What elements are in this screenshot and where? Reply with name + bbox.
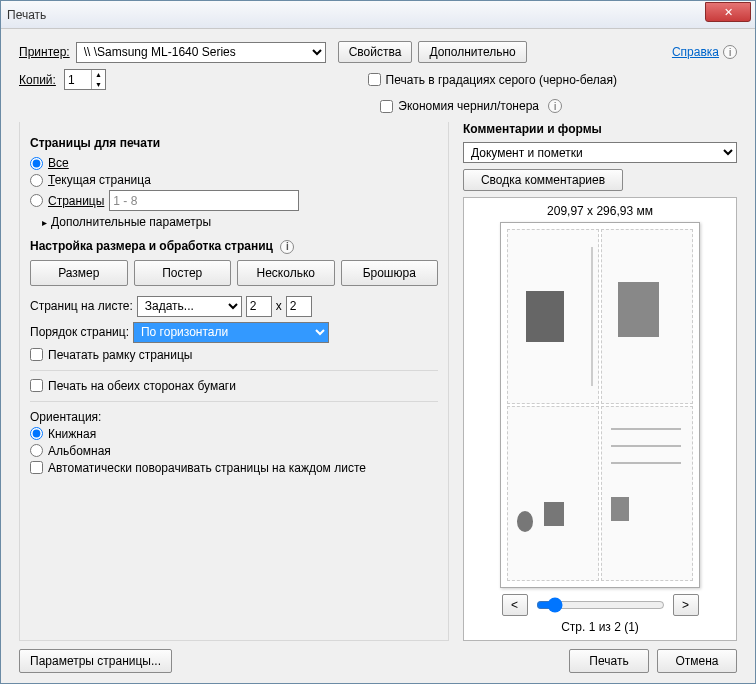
- autorotate-label: Автоматически поворачивать страницы на к…: [48, 461, 366, 475]
- comments-summary-button[interactable]: Сводка комментариев: [463, 169, 623, 191]
- more-params-expander[interactable]: Дополнительные параметры: [30, 215, 438, 229]
- right-column: Комментарии и формы Документ и пометки С…: [463, 122, 737, 641]
- tab-multiple[interactable]: Несколько: [237, 260, 335, 286]
- tab-size[interactable]: Размер: [30, 260, 128, 286]
- advanced-button[interactable]: Дополнительно: [418, 41, 526, 63]
- order-label: Порядок страниц:: [30, 325, 129, 339]
- print-button[interactable]: Печать: [569, 649, 649, 673]
- order-select[interactable]: По горизонтали: [133, 322, 329, 343]
- landscape-radio[interactable]: [30, 444, 43, 457]
- per-sheet-label: Страниц на листе:: [30, 299, 133, 313]
- properties-button[interactable]: Свойства: [338, 41, 413, 63]
- spin-up-icon[interactable]: ▲: [92, 70, 105, 80]
- pages-current-radio[interactable]: [30, 174, 43, 187]
- printer-label: Принтер:: [19, 45, 70, 59]
- duplex-label: Печать на обеих сторонах бумаги: [48, 379, 236, 393]
- portrait-label: Книжная: [48, 427, 96, 441]
- print-dialog: Печать ✕ Принтер: \\ \Samsung ML-1640 Se…: [0, 0, 756, 684]
- page-indicator: Стр. 1 из 2 (1): [561, 620, 639, 634]
- preview-paper: [500, 222, 700, 588]
- preview-page-4: [601, 406, 693, 581]
- left-column: Страницы для печати Все ТТекущая страниц…: [19, 122, 449, 641]
- saveink-row: Экономия чернил/тонера i: [19, 96, 562, 116]
- comments-title: Комментарии и формы: [463, 122, 737, 136]
- footer: Параметры страницы... Печать Отмена: [19, 649, 737, 673]
- pages-range-label: Страницы: [48, 194, 104, 208]
- next-page-button[interactable]: >: [673, 594, 699, 616]
- window-title: Печать: [7, 8, 46, 22]
- sizing-tabs: Размер Постер Несколько Брошюра: [30, 260, 438, 286]
- copies-input[interactable]: [65, 70, 91, 89]
- pages-title: Страницы для печати: [30, 136, 438, 150]
- x-label: x: [276, 299, 282, 313]
- preview-frame: 209,97 x 296,93 мм: [463, 197, 737, 641]
- tab-booklet[interactable]: Брошюра: [341, 260, 439, 286]
- grayscale-row: Печать в градациях серого (черно-белая): [368, 73, 617, 87]
- grayscale-label: Печать в градациях серого (черно-белая): [386, 73, 617, 87]
- pages-all-radio[interactable]: [30, 157, 43, 170]
- printer-select[interactable]: \\ \Samsung ML-1640 Series: [76, 42, 326, 63]
- pages-range-input[interactable]: [109, 190, 299, 211]
- border-label: Печатать рамку страницы: [48, 348, 192, 362]
- preview-nav: < >: [502, 594, 699, 616]
- landscape-label: Альбомная: [48, 444, 111, 458]
- prev-page-button[interactable]: <: [502, 594, 528, 616]
- printer-row: Принтер: \\ \Samsung ML-1640 Series Свой…: [19, 41, 737, 63]
- grayscale-checkbox[interactable]: [368, 73, 381, 86]
- autorotate-checkbox[interactable]: [30, 461, 43, 474]
- sizing-title: Настройка размера и обработка страниц i: [30, 239, 438, 254]
- dialog-content: Принтер: \\ \Samsung ML-1640 Series Свой…: [1, 29, 755, 683]
- copies-label: Копий:: [19, 73, 56, 87]
- preview-page-2: [601, 229, 693, 404]
- border-checkbox[interactable]: [30, 348, 43, 361]
- comments-select[interactable]: Документ и пометки: [463, 142, 737, 163]
- portrait-radio[interactable]: [30, 427, 43, 440]
- duplex-checkbox[interactable]: [30, 379, 43, 392]
- copies-row: Копий: ▲▼ Печать в градациях серого (чер…: [19, 69, 737, 90]
- preview-page-1: [507, 229, 599, 404]
- help-link[interactable]: Справка: [672, 45, 719, 59]
- sizing-form: Страниц на листе: Задать... x Порядок ст…: [30, 296, 438, 362]
- preview-dimensions: 209,97 x 296,93 мм: [547, 204, 653, 218]
- pages-current-label: ТТекущая страницаекущая страница: [48, 173, 151, 187]
- spin-down-icon[interactable]: ▼: [92, 80, 105, 90]
- tab-poster[interactable]: Постер: [134, 260, 232, 286]
- info-icon[interactable]: i: [548, 99, 562, 113]
- saveink-checkbox[interactable]: [380, 100, 393, 113]
- cols-input[interactable]: [246, 296, 272, 317]
- main-columns: Страницы для печати Все ТТекущая страниц…: [19, 122, 737, 641]
- copies-spinner[interactable]: ▲▼: [64, 69, 106, 90]
- cancel-button[interactable]: Отмена: [657, 649, 737, 673]
- rows-input[interactable]: [286, 296, 312, 317]
- saveink-label: Экономия чернил/тонера: [398, 99, 539, 113]
- preview-page-3: [507, 406, 599, 581]
- info-icon[interactable]: i: [280, 240, 294, 254]
- per-sheet-select[interactable]: Задать...: [137, 296, 242, 317]
- help-icon[interactable]: i: [723, 45, 737, 59]
- pages-all-label: Все: [48, 156, 69, 170]
- close-button[interactable]: ✕: [705, 2, 751, 22]
- zoom-slider[interactable]: [536, 597, 665, 613]
- page-setup-button[interactable]: Параметры страницы...: [19, 649, 172, 673]
- titlebar: Печать ✕: [1, 1, 755, 29]
- pages-range-radio[interactable]: [30, 194, 43, 207]
- orientation-title: Ориентация:: [30, 410, 438, 424]
